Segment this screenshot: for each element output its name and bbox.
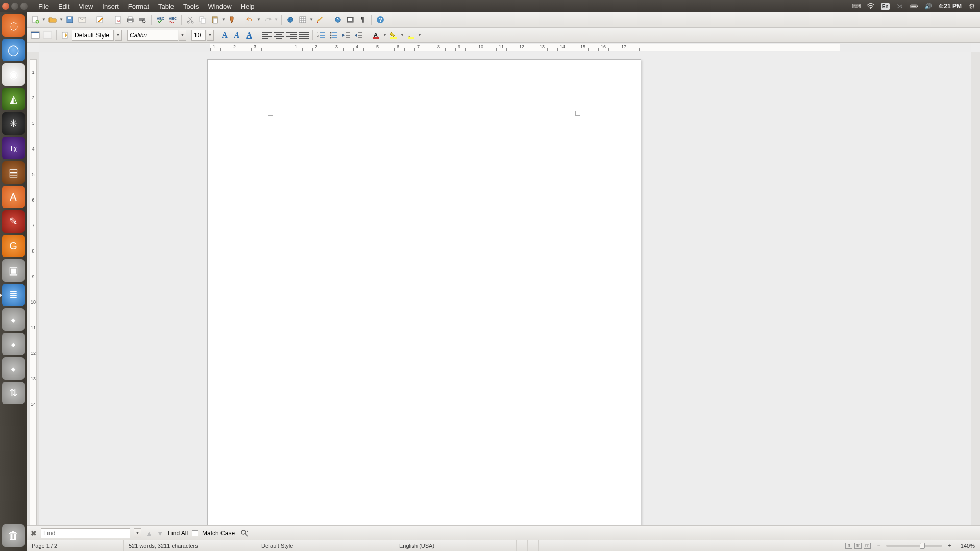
book-view-button[interactable]: ▯▯ — [864, 543, 871, 549]
status-signature[interactable] — [539, 540, 842, 551]
trash-icon[interactable]: 🗑 — [2, 524, 24, 547]
nonprinting-button[interactable]: ¶ — [357, 14, 368, 26]
help-button[interactable]: ? — [375, 14, 386, 26]
software-icon[interactable]: A — [2, 186, 24, 208]
zoom-percent[interactable]: 140% — [954, 540, 980, 551]
find-dropdown[interactable]: ▼ — [134, 528, 141, 538]
format-paintbrush-button[interactable] — [227, 14, 238, 26]
open-document-button[interactable] — [47, 14, 58, 26]
background-color-dropdown[interactable]: ▼ — [418, 33, 422, 37]
edit-file-button[interactable] — [94, 14, 106, 26]
background-color-button[interactable] — [405, 30, 416, 41]
zoom-in-button[interactable]: + — [946, 542, 952, 549]
save-button[interactable] — [64, 14, 76, 26]
open-document-dropdown[interactable]: ▼ — [59, 17, 63, 22]
align-justify-button[interactable] — [298, 30, 309, 41]
menu-file[interactable]: File — [34, 0, 54, 12]
chromium-icon[interactable]: ◯ — [2, 39, 24, 61]
window-minimize-button[interactable] — [11, 3, 18, 10]
session-gear-icon[interactable]: ⚙ — [968, 2, 976, 10]
settings-tool-icon[interactable]: ✎ — [2, 210, 24, 233]
status-wordcount[interactable]: 521 words, 3211 characters — [124, 540, 256, 551]
menu-edit[interactable]: Edit — [54, 0, 74, 12]
paragraph-style-combo[interactable]: Default Style — [72, 30, 114, 41]
vertical-scrollbar[interactable] — [971, 52, 980, 525]
font-color-button[interactable]: A — [371, 30, 382, 41]
menu-window[interactable]: Window — [203, 0, 236, 12]
gallery-button[interactable] — [345, 14, 356, 26]
clock[interactable]: 4:21 PM — [939, 3, 962, 10]
keyboard-icon[interactable]: ⌨ — [852, 2, 861, 10]
redo-dropdown[interactable]: ▼ — [274, 17, 278, 22]
font-name-combo[interactable]: Calibri — [127, 30, 178, 41]
font-size-dropdown[interactable]: ▼ — [207, 30, 214, 41]
new-document-button[interactable] — [30, 14, 41, 26]
italic-button[interactable]: A — [231, 30, 242, 41]
drive3-icon[interactable]: ⬥ — [2, 357, 24, 380]
underline-button[interactable]: A — [243, 30, 255, 41]
status-selection-mode[interactable] — [528, 540, 539, 551]
menu-help[interactable]: Help — [236, 0, 259, 12]
highlight-dropdown[interactable]: ▼ — [400, 33, 404, 37]
zoom-out-button[interactable]: − — [876, 542, 882, 549]
font-name-dropdown[interactable]: ▼ — [179, 30, 186, 41]
undo-dropdown[interactable]: ▼ — [257, 17, 261, 22]
copy-button[interactable] — [197, 14, 208, 26]
writer-icon[interactable]: ≣ — [2, 284, 24, 306]
vm-icon[interactable]: ▣ — [2, 259, 24, 282]
status-insert-mode[interactable] — [517, 540, 528, 551]
show-draw-button[interactable] — [314, 14, 326, 26]
drive2-icon[interactable]: ⬥ — [2, 333, 24, 355]
spellcheck-button[interactable]: ABC — [155, 14, 166, 26]
wifi-icon[interactable] — [867, 2, 875, 10]
zoom-slider[interactable] — [886, 545, 942, 547]
window-close-button[interactable] — [2, 3, 9, 10]
find-next-button[interactable]: ▼ — [157, 529, 164, 537]
menu-format[interactable]: Format — [124, 0, 154, 12]
navigator-button[interactable] — [332, 14, 344, 26]
paste-button[interactable] — [209, 14, 220, 26]
nvidia-icon[interactable]: ◭ — [2, 88, 24, 110]
find-input[interactable] — [41, 528, 130, 538]
bold-button[interactable]: A — [219, 30, 230, 41]
table-dropdown[interactable]: ▼ — [309, 17, 313, 22]
multi-page-view-button[interactable]: ▯▯ — [854, 543, 862, 549]
document-page[interactable] — [207, 59, 641, 525]
usb-icon[interactable]: ⇅ — [2, 382, 24, 404]
menu-view[interactable]: View — [74, 0, 97, 12]
apply-style-button[interactable] — [42, 30, 53, 41]
status-language[interactable]: English (USA) — [394, 540, 517, 551]
font-color-dropdown[interactable]: ▼ — [383, 33, 387, 37]
paragraph-style-dropdown[interactable]: ▼ — [115, 30, 122, 41]
vertical-ruler[interactable]: 1234567891011121314 — [27, 52, 39, 525]
styles-window-button[interactable] — [30, 30, 41, 41]
bullet-list-button[interactable] — [328, 30, 339, 41]
align-right-button[interactable] — [286, 30, 297, 41]
single-page-view-button[interactable]: ▯ — [845, 543, 852, 549]
autospell-button[interactable]: ABC — [167, 14, 178, 26]
status-style[interactable]: Default Style — [256, 540, 394, 551]
language-indicator[interactable]: En — [881, 3, 890, 10]
menu-table[interactable]: Table — [154, 0, 179, 12]
increase-indent-button[interactable] — [353, 30, 364, 41]
print-button[interactable] — [125, 14, 136, 26]
align-left-button[interactable] — [261, 30, 273, 41]
drive1-icon[interactable]: ⬥ — [2, 308, 24, 331]
font-size-combo[interactable]: 10 — [191, 30, 206, 41]
highlight-button[interactable] — [388, 30, 399, 41]
chrome-icon[interactable]: ◉ — [2, 63, 24, 86]
window-maximize-button[interactable] — [20, 3, 28, 10]
update-style-button[interactable] — [60, 30, 71, 41]
find-close-button[interactable]: ✖ — [31, 529, 37, 537]
volume-icon[interactable]: 🔊 — [924, 2, 933, 10]
find-replace-button[interactable] — [239, 528, 250, 539]
print-preview-button[interactable] — [137, 14, 148, 26]
hyperlink-button[interactable] — [285, 14, 296, 26]
new-document-dropdown[interactable]: ▼ — [42, 17, 46, 22]
table-button[interactable] — [297, 14, 308, 26]
menu-tools[interactable]: Tools — [179, 0, 203, 12]
cut-button[interactable] — [185, 14, 196, 26]
paste-dropdown[interactable]: ▼ — [222, 17, 226, 22]
decrease-indent-button[interactable] — [340, 30, 352, 41]
find-all-button[interactable]: Find All — [168, 530, 188, 537]
